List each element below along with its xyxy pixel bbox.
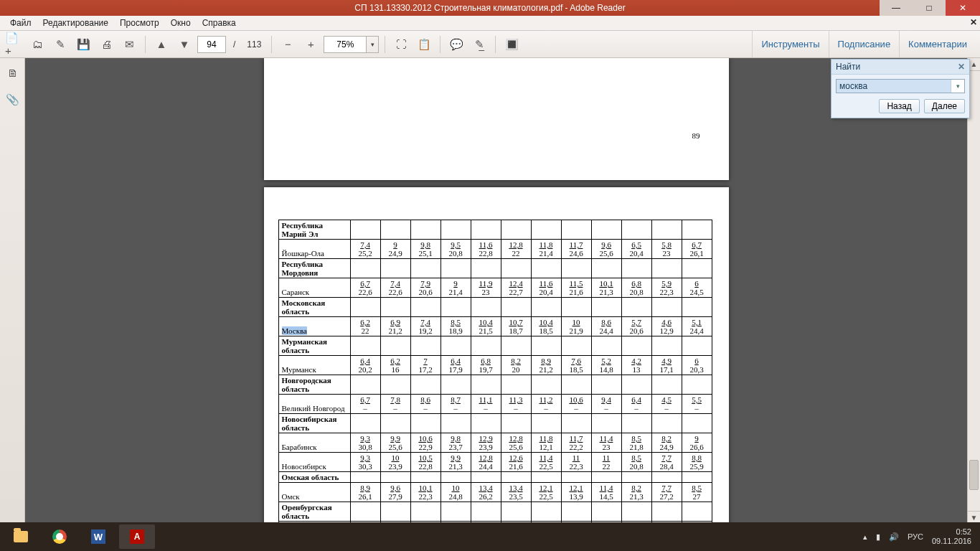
data-cell: 10,522,8 [410,453,440,472]
data-cell [531,336,561,356]
taskbar-reader[interactable]: A [119,524,155,549]
data-cell: 9,4– [591,395,621,414]
table-row: Оренбургская область [278,502,712,522]
menu-window[interactable]: Окно [165,17,197,29]
data-cell [561,336,591,356]
email-icon[interactable]: ✉ [119,34,139,55]
data-cell [471,220,501,240]
data-cell [561,259,591,278]
data-cell [440,220,471,240]
page-number-input[interactable] [197,36,226,53]
save-icon[interactable]: 💾 [73,34,93,55]
zoom-out-icon[interactable]: − [278,34,298,55]
highlight-icon[interactable]: ✎̲ [469,34,489,55]
minimize-button[interactable]: — [880,0,913,16]
row-name-cell: Оренбургская область [278,502,350,522]
row-name-cell: Республика Мордовия [278,259,350,278]
data-cell [591,375,621,395]
data-cell [471,375,501,395]
find-prev-button[interactable]: Назад [879,99,919,113]
data-cell [440,259,471,278]
open-icon[interactable]: 🗂 [27,34,47,55]
data-cell [682,298,712,317]
find-options-dropdown-icon[interactable]: ▾ [951,80,964,93]
toolbar-separator [495,36,496,53]
vertical-scrollbar[interactable]: ▲ ▼ [967,58,980,524]
search-highlight: Москва [282,326,307,335]
data-cell [531,298,561,317]
pdf-page-prev: 89 [264,58,729,180]
tray-volume-icon[interactable]: 🔊 [889,532,899,542]
table-row: Барабинск9,330,89,925,610,622,99,823,712… [278,433,712,453]
data-cell: 8,6– [410,395,440,414]
scroll-thumb[interactable] [969,460,979,490]
maximize-button[interactable]: □ [913,0,946,16]
tray-language[interactable]: РУС [908,532,923,541]
data-cell: 9,823,7 [440,433,471,453]
data-cell [410,336,440,356]
edit-icon[interactable]: ✎ [50,34,70,55]
data-cell: 921,4 [440,278,471,298]
tray-network-icon[interactable]: ▮ [876,532,880,542]
taskbar-chrome[interactable] [42,524,77,549]
taskbar-explorer[interactable] [3,524,39,549]
data-cell: 7,727,2 [651,483,682,502]
data-cell: 1122,3 [561,453,591,472]
data-cell [380,298,410,317]
data-cell [531,375,561,395]
data-cell [651,414,682,433]
data-cell: 13,423,5 [501,483,531,502]
find-input[interactable] [837,80,951,93]
page-number-label: 89 [692,131,700,140]
print-icon[interactable]: 🖨 [96,34,116,55]
find-close-icon[interactable]: ✕ [958,62,965,72]
zoom-input[interactable] [324,36,367,53]
data-cell [621,259,651,278]
zoom-in-icon[interactable]: + [301,34,321,55]
comments-panel-link[interactable]: Комментарии [899,31,976,57]
data-cell [621,502,651,522]
fit-width-icon[interactable]: ⛶ [391,34,411,55]
data-cell [531,220,561,240]
page-up-icon[interactable]: ▲ [151,34,171,55]
tray-clock[interactable]: 0:52 09.11.2016 [932,527,971,546]
data-cell [380,472,410,483]
data-cell [591,259,621,278]
page-down-icon[interactable]: ▼ [174,34,194,55]
data-cell [440,472,471,483]
tray-overflow-icon[interactable]: ▴ [863,532,867,542]
menu-doc-close-icon[interactable]: ✕ [970,17,977,27]
close-button[interactable]: ✕ [946,0,980,16]
data-cell: 6,520,4 [621,240,651,259]
data-cell [501,375,531,395]
data-cell: 6,726,1 [682,240,712,259]
data-cell: 11,821,4 [531,240,561,259]
menu-file[interactable]: Файл [4,17,37,29]
data-cell: 7,425,2 [350,240,380,259]
data-cell: 8,7– [440,395,471,414]
comment-icon[interactable]: 💬 [446,34,466,55]
zoom-dropdown-icon[interactable]: ▾ [367,36,379,53]
data-cell [410,298,440,317]
menu-view[interactable]: Просмотр [114,17,165,29]
menu-help[interactable]: Справка [197,17,242,29]
menu-edit[interactable]: Редактирование [37,17,114,29]
document-view[interactable]: 89 Республика Марий ЭлЙошкар-Ола7,425,29… [25,58,967,524]
data-cell [440,336,471,356]
fit-page-icon[interactable]: 📋 [414,34,434,55]
data-cell: 10,421,5 [471,317,501,336]
data-cell: 12,923,9 [471,433,501,453]
read-mode-icon[interactable]: 🔳 [501,34,522,55]
table-row: Московская область [278,298,712,317]
attachments-icon[interactable]: 📎 [4,91,21,108]
sign-panel-link[interactable]: Подписание [829,31,900,57]
taskbar-word[interactable]: W [80,524,116,549]
create-pdf-icon[interactable]: 📄+ [4,34,24,55]
find-next-button[interactable]: Далее [924,99,965,113]
tools-panel-link[interactable]: Инструменты [752,31,828,57]
content-area: 🗎 📎 89 Республика Марий ЭлЙошкар-Ола7,42… [0,58,980,524]
thumbnails-icon[interactable]: 🗎 [4,64,21,81]
system-tray: ▴ ▮ 🔊 РУС 0:52 09.11.2016 [863,527,977,546]
data-cell: 4,917,1 [651,356,682,375]
data-cell: 9,520,8 [440,240,471,259]
